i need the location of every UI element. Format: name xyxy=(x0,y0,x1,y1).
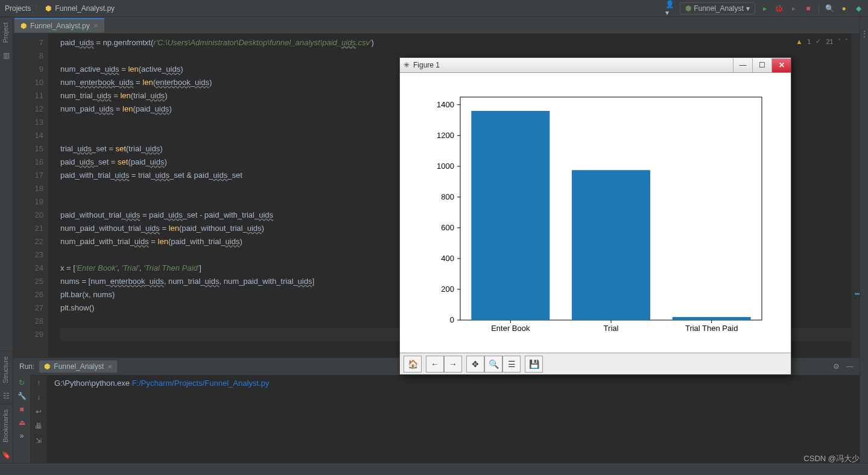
weak-warning-count: 21 xyxy=(826,38,833,45)
svg-text:800: 800 xyxy=(441,192,454,201)
run-view-toolbar: ↑ ↓ ↩ 🖶 ⇲ xyxy=(30,375,47,463)
print-icon[interactable]: 🖶 xyxy=(35,422,42,430)
close-button[interactable]: ✕ xyxy=(771,58,791,72)
maximize-button[interactable]: ☐ xyxy=(752,58,771,72)
top-toolbar: Projects 〉 ⬢ Funnel_Analyst.py 👤▾ ⬢ Funn… xyxy=(0,0,868,17)
svg-text:1000: 1000 xyxy=(437,162,454,171)
watermark: CSDN @冯大少 xyxy=(803,453,860,464)
run-icon[interactable]: ▸ xyxy=(760,4,770,13)
run-action-toolbar: ↻ 🔧 ■ ⏏ » xyxy=(13,375,30,463)
svg-text:Trial Then Paid: Trial Then Paid xyxy=(685,324,738,333)
figure-toolbar: 🏠 ← → ✥ 🔍 ☰ 💾 xyxy=(400,353,791,374)
bookmarks-tool-tab[interactable]: Bookmarks xyxy=(0,404,13,447)
right-sidebar-rail: ⋮ xyxy=(860,17,868,463)
left-sidebar-rail: Project ▥ Structure ☷ Bookmarks 🔖 xyxy=(0,17,13,463)
up-icon[interactable]: ↑ xyxy=(37,379,40,387)
wrench-icon[interactable]: 🔧 xyxy=(17,392,27,400)
run-tab-label: Funnel_Analyst xyxy=(54,362,104,371)
exit-icon[interactable]: ⏏ xyxy=(19,418,25,427)
search-icon[interactable]: 🔍 xyxy=(825,4,834,13)
stop-icon[interactable]: ■ xyxy=(19,405,24,414)
user-icon[interactable]: 👤▾ xyxy=(665,4,675,13)
back-icon[interactable]: ← xyxy=(426,356,444,373)
vertical-dots-icon[interactable]: ⋮ xyxy=(860,29,869,39)
figure-app-icon: ✳ xyxy=(404,61,410,69)
warning-icon: ▲ xyxy=(796,38,802,45)
editor-tab-bar: ⬢ Funnel_Analyst.py ✕ xyxy=(13,17,860,34)
scroll-icon[interactable]: ⇲ xyxy=(36,436,42,445)
python-file-icon: ⬢ xyxy=(21,22,27,30)
weak-warning-icon: ✓ xyxy=(816,37,821,45)
down-icon[interactable]: ↓ xyxy=(37,393,40,401)
more-icon[interactable]: » xyxy=(20,432,24,440)
chevron-down-icon: ▾ xyxy=(746,4,750,13)
svg-text:Enter Book: Enter Book xyxy=(491,324,530,333)
pan-icon[interactable]: ✥ xyxy=(466,356,484,373)
run-tab[interactable]: ⬢ Funnel_Analyst ✕ xyxy=(39,360,117,373)
run-config-label: Funnel_Analyst xyxy=(694,4,744,13)
editor-minimap[interactable] xyxy=(851,34,860,357)
home-icon[interactable]: 🏠 xyxy=(404,356,422,373)
minimize-icon[interactable]: — xyxy=(846,362,854,371)
breadcrumb-file[interactable]: Funnel_Analyst.py xyxy=(55,4,115,13)
bookmarks-icon[interactable]: 🔖 xyxy=(0,447,13,463)
profiler-icon[interactable]: ◆ xyxy=(854,4,863,13)
console-script-link[interactable]: F:/Pycharm/Projects/Funnel_Analyst.py xyxy=(132,379,270,388)
svg-rect-20 xyxy=(572,170,650,320)
nav-up-icon[interactable]: ˆ xyxy=(838,38,841,45)
editor-tab[interactable]: ⬢ Funnel_Analyst.py ✕ xyxy=(14,18,104,33)
minimize-button[interactable]: — xyxy=(733,58,752,72)
editor-tab-label: Funnel_Analyst.py xyxy=(30,22,90,30)
python-file-icon: ⬢ xyxy=(44,362,50,371)
run-console[interactable]: G:\Python\python.exe F:/Pycharm/Projects… xyxy=(47,375,860,463)
editor-gutter: 7891011121314151617181920212223242526272… xyxy=(13,34,48,357)
svg-rect-23 xyxy=(673,317,751,320)
svg-text:1200: 1200 xyxy=(437,131,454,140)
figure-canvas: 0200400600800100012001400Enter BookTrial… xyxy=(400,73,791,353)
svg-text:Trial: Trial xyxy=(604,324,619,333)
svg-text:400: 400 xyxy=(441,254,454,263)
wrap-icon[interactable]: ↩ xyxy=(36,407,42,416)
breadcrumb: Projects 〉 ⬢ Funnel_Analyst.py xyxy=(5,3,115,13)
structure-icon[interactable]: ☷ xyxy=(0,388,13,404)
svg-text:0: 0 xyxy=(450,315,454,324)
project-folder-icon[interactable]: ▥ xyxy=(0,48,13,63)
svg-text:200: 200 xyxy=(441,285,454,294)
editor-inspections[interactable]: ▲1 ✓21 ˆ ˇ xyxy=(796,37,847,45)
svg-text:1400: 1400 xyxy=(437,100,454,109)
coverage-icon[interactable]: ▸ xyxy=(789,4,799,13)
run-config-icon: ⬢ xyxy=(685,4,691,13)
stop-icon[interactable]: ■ xyxy=(803,4,813,13)
nav-down-icon[interactable]: ˇ xyxy=(845,38,847,45)
figure-title: Figure 1 xyxy=(413,61,440,69)
gear-icon[interactable]: ⚙ xyxy=(833,362,840,371)
debug-icon[interactable]: 🐞 xyxy=(775,4,784,13)
figure-titlebar[interactable]: ✳ Figure 1 — ☐ ✕ xyxy=(400,58,791,73)
python-file-icon: ⬢ xyxy=(45,4,51,13)
run-config-selector[interactable]: ⬢ Funnel_Analyst ▾ xyxy=(680,2,755,14)
warning-count: 1 xyxy=(807,38,811,45)
close-icon[interactable]: ✕ xyxy=(93,22,98,29)
run-panel-label: Run: xyxy=(19,362,34,371)
zoom-icon[interactable]: 🔍 xyxy=(484,356,502,373)
configure-icon[interactable]: ☰ xyxy=(502,356,521,373)
console-exe: G:\Python\python.exe xyxy=(54,379,132,388)
rerun-icon[interactable]: ↻ xyxy=(19,379,25,387)
svg-rect-17 xyxy=(471,111,550,320)
bar-chart: 0200400600800100012001400Enter BookTrial… xyxy=(418,85,774,344)
breadcrumb-sep: 〉 xyxy=(34,3,42,13)
structure-tool-tab[interactable]: Structure xyxy=(0,351,13,388)
save-icon[interactable]: 💾 xyxy=(525,356,543,373)
project-tool-tab[interactable]: Project xyxy=(0,17,13,48)
breadcrumb-root[interactable]: Projects xyxy=(5,4,31,13)
ide-circle-icon[interactable]: ● xyxy=(839,4,849,13)
status-bar xyxy=(0,463,868,475)
matplotlib-figure-window[interactable]: ✳ Figure 1 — ☐ ✕ 02004006008001000120014… xyxy=(399,57,791,375)
close-icon[interactable]: ✕ xyxy=(107,363,112,370)
svg-text:600: 600 xyxy=(441,223,454,232)
forward-icon[interactable]: → xyxy=(444,356,462,373)
